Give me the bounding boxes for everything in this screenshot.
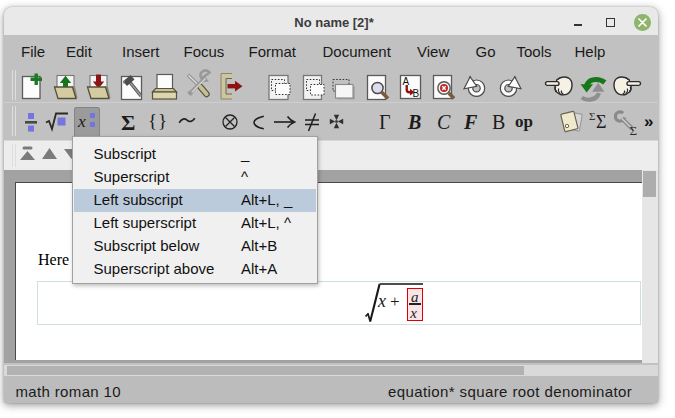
svg-text:Σ: Σ: [630, 123, 638, 137]
svg-text:B: B: [413, 88, 420, 99]
